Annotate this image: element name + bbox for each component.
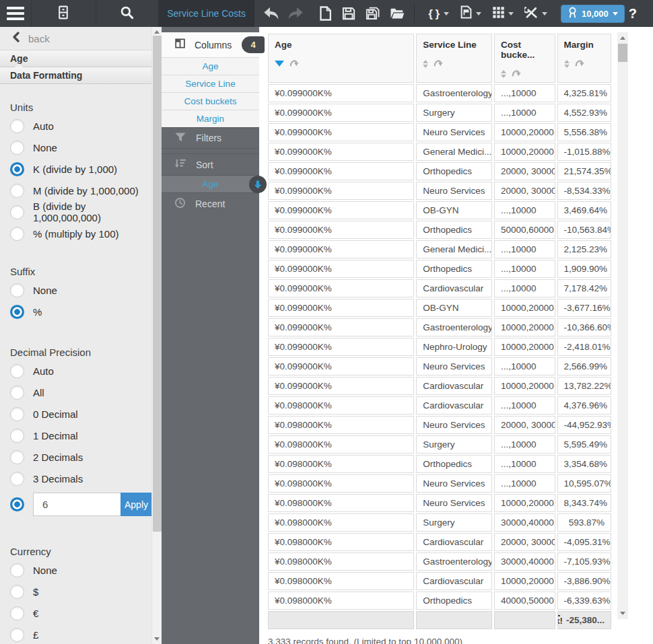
radio-icon[interactable] [10, 429, 24, 443]
table-row[interactable]: ¥0.099000K%General Medici......,100002,1… [268, 240, 611, 258]
scroll-down-icon[interactable] [154, 637, 160, 641]
search-button[interactable] [96, 0, 159, 27]
undo-button[interactable] [263, 6, 280, 21]
radio-icon[interactable] [10, 184, 24, 198]
table-row[interactable]: ¥0.098000K%Orthopedics40000,50000-6,339.… [268, 592, 611, 610]
radio-option[interactable]: € [10, 606, 151, 620]
column-field-item[interactable]: Age [162, 57, 259, 75]
sort-curve-arrow-icon[interactable] [433, 57, 444, 68]
column-header-margin[interactable]: Margin [557, 34, 612, 83]
sort-toggle-icon[interactable] [423, 60, 428, 68]
sort-toggle-icon[interactable] [501, 70, 506, 78]
custom-precision-input[interactable] [33, 493, 121, 516]
radio-icon[interactable] [10, 162, 24, 176]
chart-title-tab[interactable]: Service Line Costs [159, 0, 254, 27]
radio-option[interactable]: None [10, 283, 151, 297]
table-row[interactable]: ¥0.099000K%Orthopedics50000,60000-10,563… [268, 221, 611, 239]
table-row[interactable]: ¥0.099000K%Surgery...,100004,552.93% [268, 104, 611, 122]
radio-option[interactable]: K (divide by 1,000) [10, 162, 151, 176]
sort-curve-arrow-icon[interactable] [574, 57, 586, 68]
table-row[interactable]: ¥0.099000K%Neuro Services10000,200005,55… [268, 123, 611, 141]
sort-section-button[interactable]: Sort [162, 153, 259, 175]
table-row[interactable]: ¥0.099000K%Nephro-Urology10000,20000-2,4… [268, 338, 611, 356]
page-flag-dropdown[interactable] [460, 5, 481, 22]
radio-icon[interactable] [10, 227, 24, 241]
sources-button[interactable] [32, 0, 96, 27]
apply-button[interactable]: Apply [121, 493, 151, 516]
radio-option[interactable]: B (divide by 1,000,000,000) [10, 205, 151, 219]
table-row[interactable]: ¥0.099000K%Neuro Services...,100002,566.… [268, 357, 611, 375]
radio-option[interactable]: 3 Decimals [10, 471, 151, 486]
redo-button[interactable] [287, 6, 304, 21]
radio-option[interactable]: Auto [10, 118, 151, 133]
table-row[interactable]: ¥0.098000K%Cardiovascular...,100004,376.… [268, 396, 611, 415]
sort-descending-active-icon[interactable] [275, 61, 284, 67]
radio-icon[interactable] [10, 450, 24, 464]
save-copy-button[interactable] [366, 7, 380, 20]
table-row[interactable]: ¥0.098000K%Cardiovascular20000, 30000-4,… [268, 533, 611, 551]
tools-dropdown[interactable] [524, 6, 547, 22]
scrollbar-thumb[interactable] [153, 36, 162, 532]
column-header-service-line[interactable]: Service Line [416, 34, 492, 83]
radio-icon[interactable] [10, 407, 24, 421]
section-header-data-formatting[interactable]: Data Formatting [0, 67, 151, 84]
radio-icon[interactable] [10, 472, 24, 486]
radio-icon[interactable] [10, 585, 24, 599]
column-field-item[interactable]: Cost buckets [162, 92, 259, 110]
table-row[interactable]: ¥0.099000K%OB-GYN...,100003,469.64% [268, 201, 611, 219]
back-button[interactable]: back [0, 27, 151, 50]
recent-section-button[interactable]: Recent [162, 193, 259, 215]
save-button[interactable] [342, 7, 355, 20]
table-row[interactable]: ¥0.099000K%Orthopedics20000, 3000021,574… [268, 162, 611, 180]
scrollbar-thumb[interactable] [618, 44, 627, 62]
radio-option[interactable]: All [10, 385, 151, 400]
radio-icon[interactable] [10, 205, 24, 219]
open-folder-button[interactable] [390, 7, 405, 20]
radio-icon[interactable] [10, 119, 24, 133]
radio-icon[interactable] [10, 628, 24, 642]
sort-toggle-icon[interactable] [564, 60, 570, 68]
radio-option[interactable]: None [10, 140, 151, 155]
table-row[interactable]: ¥0.098000K%Surgery...,100005,595.49% [268, 435, 611, 454]
table-row[interactable]: ¥0.098000K%Neuro Services10000,200008,34… [268, 494, 611, 512]
column-header-age[interactable]: Age [268, 34, 414, 83]
radio-option[interactable]: $ [10, 584, 151, 599]
table-view-dropdown[interactable] [492, 6, 514, 22]
radio-icon[interactable] [10, 386, 24, 400]
sort-direction-badge[interactable] [249, 176, 267, 193]
radio-icon[interactable] [10, 606, 24, 620]
sort-selected-field[interactable]: Age [162, 175, 259, 193]
sidebar-scrollbar[interactable] [151, 27, 162, 644]
scroll-up-icon[interactable] [154, 30, 160, 34]
table-scrollbar[interactable] [617, 32, 628, 619]
radio-option[interactable]: 2 Decimals [10, 450, 151, 464]
table-row[interactable]: ¥0.098000K%Surgery30000,40000593.87% [268, 513, 611, 532]
table-row[interactable]: ¥0.098000K%Cardiovascular10000,20000-3,8… [268, 572, 611, 590]
scroll-up-icon[interactable] [620, 36, 625, 40]
radio-option[interactable]: % [10, 304, 151, 319]
table-row[interactable]: ¥0.099000K%Cardiovascular...,100007,178.… [268, 279, 611, 297]
radio-option[interactable]: M (divide by 1,000,000) [10, 183, 151, 198]
custom-precision-radio[interactable] [10, 497, 24, 511]
table-row[interactable]: ¥0.098000K%Neuro Services20000, 30000-44… [268, 416, 611, 434]
radio-icon[interactable] [10, 364, 24, 378]
radio-option[interactable]: Auto [10, 363, 151, 378]
radio-icon[interactable] [10, 563, 24, 577]
row-limit-button[interactable]: 10,000 [561, 5, 625, 23]
aggregate-value-cell[interactable]: x! -25,380... [557, 611, 612, 629]
table-row[interactable]: ¥0.098000K%Orthopedics...,100003,354.68% [268, 455, 611, 473]
table-row[interactable]: ¥0.098000K%Gastroenterology30000,40000-7… [268, 552, 611, 571]
sort-curve-arrow-icon[interactable] [289, 57, 300, 68]
table-row[interactable]: ¥0.099000K%Orthopedics...,100001,909.90% [268, 260, 611, 278]
filters-section-button[interactable]: Filters [162, 127, 259, 149]
table-row[interactable]: ¥0.099000K%Gastroenterology10000,20000-1… [268, 318, 611, 336]
help-button[interactable]: ? [625, 5, 641, 22]
radio-option[interactable]: £ [10, 627, 151, 642]
radio-icon[interactable] [10, 141, 24, 155]
hamburger-menu-button[interactable] [0, 0, 32, 27]
table-row[interactable]: ¥0.099000K%Gastroenterology...,100004,32… [268, 84, 611, 102]
variables-dropdown[interactable]: { } [428, 8, 449, 20]
radio-option[interactable]: % (multiply by 100) [10, 226, 151, 241]
column-field-item[interactable]: Margin [162, 110, 259, 127]
columns-section-button[interactable]: Columns 4 [162, 32, 259, 57]
